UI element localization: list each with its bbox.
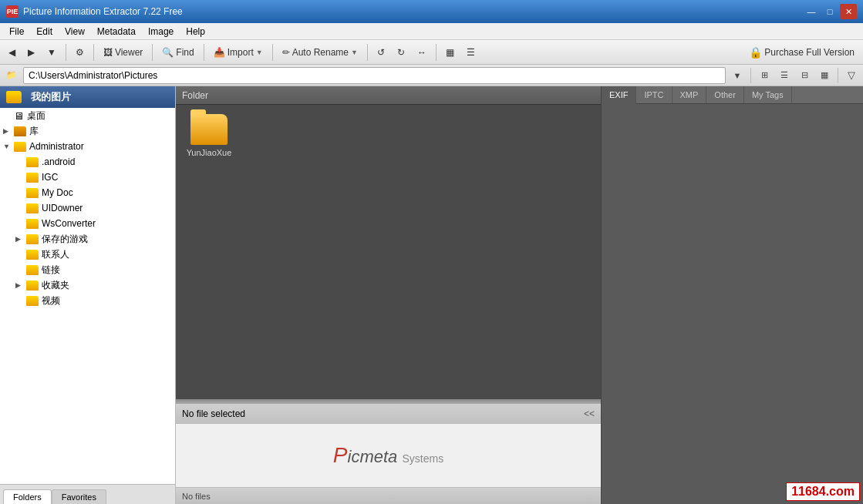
grid-view-button[interactable]: ▦ [440, 42, 460, 62]
minimize-button[interactable]: — [803, 4, 820, 19]
tree-item-label: Administrator [29, 141, 84, 152]
rotate-ccw-button[interactable]: ↺ [372, 42, 390, 62]
tree-item[interactable]: 🖥桌面 [0, 108, 175, 123]
tree-toggle[interactable]: ▶ [15, 281, 26, 289]
address-bar: 📁 ▼ ⊞ ☰ ⊟ ▦ ▽ [0, 65, 863, 86]
folder-thumbnail [190, 114, 228, 145]
forward-button[interactable]: ▶ [22, 42, 40, 62]
tab-other[interactable]: Other [706, 86, 744, 103]
tree-item[interactable]: UIDowner [0, 200, 175, 216]
list-item[interactable]: YunJiaoXue [182, 111, 236, 160]
tree-item-label: UIDowner [42, 203, 83, 213]
toolbar-sep-2 [93, 44, 94, 61]
file-name: YunJiaoXue [187, 148, 232, 157]
tree-item-label: 库 [29, 125, 39, 138]
collapse-button[interactable]: << [584, 408, 595, 419]
right-panel-content [602, 104, 863, 504]
addr-dropdown[interactable]: ▼ [729, 67, 746, 84]
tree-item[interactable]: .android [0, 154, 175, 170]
bottom-info: No file selected << Picmeta Systems No f… [176, 404, 601, 504]
menu-image[interactable]: Image [142, 25, 180, 39]
viewer-button[interactable]: 🖼 Viewer [98, 42, 148, 62]
tree-item[interactable]: WsConverter [0, 216, 175, 231]
tree-item[interactable]: ▶收藏夹 [0, 277, 175, 293]
folder-icon [26, 203, 39, 213]
maximize-button[interactable]: □ [821, 4, 838, 19]
tree-item-label: WsConverter [42, 218, 96, 229]
tab-xmp[interactable]: XMP [673, 86, 707, 103]
viewer-icon: 🖼 [103, 47, 113, 58]
addr-sep-2 [838, 68, 838, 83]
folder-icon [26, 173, 39, 183]
tree-item[interactable]: IGC [0, 170, 175, 185]
tree-item[interactable]: 联系人 [0, 247, 175, 262]
find-icon: 🔍 [162, 47, 174, 58]
menu-file[interactable]: File [3, 25, 30, 39]
tab-iptc[interactable]: IPTC [636, 86, 672, 103]
tree-toggle[interactable]: ▶ [3, 127, 14, 135]
import-button[interactable]: 📥 Import ▼ [208, 42, 268, 62]
rotate-cw-button[interactable]: ↻ [392, 42, 410, 62]
tree-item-label: 保存的游戏 [42, 233, 88, 246]
tree-item[interactable]: My Doc [0, 185, 175, 200]
tree-item-label: 桌面 [27, 109, 46, 123]
tree-toggle[interactable]: ▼ [3, 143, 14, 150]
window-title: Picture Information Extractor 7.22 Free [23, 6, 803, 17]
menu-bar: File Edit View Metadata Image Help [0, 23, 863, 40]
menu-metadata[interactable]: Metadata [91, 25, 142, 39]
folder-icon [26, 157, 39, 167]
tree-item-label: IGC [42, 172, 58, 183]
left-panel-tabs: Folders Favorites [0, 484, 175, 504]
tree-item[interactable]: ▼Administrator [0, 139, 175, 154]
flip-button[interactable]: ↔ [412, 42, 432, 62]
back-button[interactable]: ◀ [3, 42, 21, 62]
menu-view[interactable]: View [59, 25, 91, 39]
lock-icon: 🔒 [749, 46, 762, 59]
left-panel-title: 我的图片 [31, 90, 71, 104]
settings-button[interactable]: ⚙ [70, 42, 89, 62]
tab-favorites[interactable]: Favorites [52, 489, 106, 504]
purchase-button[interactable]: 🔒 Purchase Full Version [743, 42, 860, 62]
tree-item-label: 收藏夹 [42, 279, 69, 292]
menu-help[interactable]: Help [180, 25, 211, 39]
tab-exif[interactable]: EXIF [602, 86, 636, 104]
nav-dropdown[interactable]: ▼ [42, 42, 62, 62]
view-large-button[interactable]: ▦ [816, 67, 833, 84]
tab-mytags[interactable]: My Tags [744, 86, 792, 103]
toolbar-sep-1 [66, 44, 66, 61]
file-area[interactable]: YunJiaoXue [176, 105, 601, 399]
folder-icon: 🖥 [14, 110, 24, 122]
no-file-text: No file selected [182, 408, 245, 419]
import-arrow: ▼ [256, 49, 263, 56]
tree-item[interactable]: 视频 [0, 293, 175, 308]
view-grid-button[interactable]: ⊞ [756, 67, 773, 84]
tree-toggle[interactable]: ▶ [15, 235, 26, 243]
close-button[interactable]: ✕ [840, 4, 857, 19]
menu-edit[interactable]: Edit [30, 25, 59, 39]
right-panel: EXIF IPTC XMP Other My Tags [601, 86, 863, 504]
title-bar: PIE Picture Information Extractor 7.22 F… [0, 0, 863, 23]
tree-item[interactable]: ▶保存的游戏 [0, 231, 175, 247]
folder-icon [26, 188, 39, 198]
header-folder-icon [6, 91, 22, 103]
toolbar: ◀ ▶ ▼ ⚙ 🖼 Viewer 🔍 Find 📥 Import ▼ ✏ Aut… [0, 40, 863, 65]
auto-rename-button[interactable]: ✏ Auto Rename ▼ [277, 42, 363, 62]
tab-folders[interactable]: Folders [3, 489, 52, 504]
strip-view-button[interactable]: ☰ [461, 42, 480, 62]
rename-arrow: ▼ [351, 49, 358, 56]
view-detail-button[interactable]: ⊟ [796, 67, 813, 84]
left-panel: 我的图片 🖥桌面▶库▼Administrator .android IGC My… [0, 86, 176, 504]
folder-icon [26, 265, 39, 275]
view-list-button[interactable]: ☰ [776, 67, 793, 84]
address-input[interactable] [23, 67, 726, 84]
folder-icon [26, 296, 39, 306]
folder-header-label: Folder [182, 90, 208, 101]
toolbar-sep-7 [436, 44, 437, 61]
tree-item[interactable]: ▶库 [0, 123, 175, 139]
toolbar-sep-3 [152, 44, 153, 61]
find-button[interactable]: 🔍 Find [157, 42, 199, 62]
folder-icon [26, 234, 39, 244]
tree-item-label: 链接 [42, 264, 60, 277]
addr-filter-icon: ▽ [843, 67, 860, 84]
tree-item[interactable]: 链接 [0, 262, 175, 277]
